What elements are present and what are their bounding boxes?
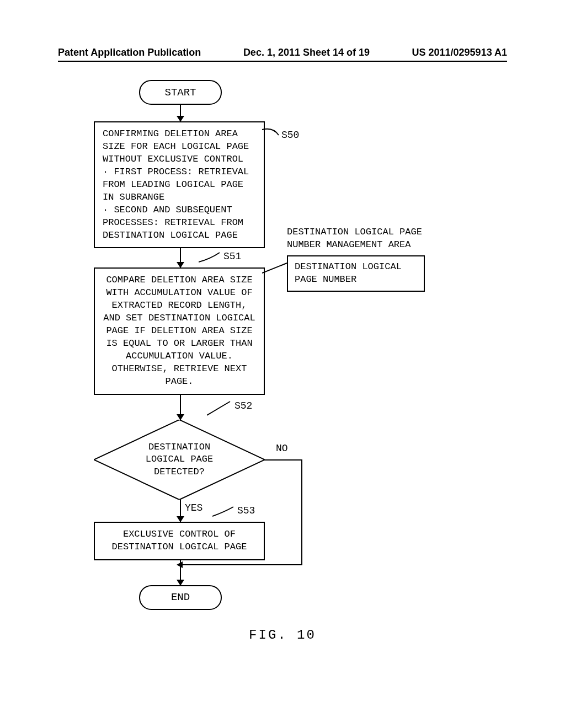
s51-box: COMPARE DELETION AREA SIZE WITH ACCUMULA… — [94, 267, 265, 394]
annotation-box: DESTINATION LOGICAL PAGE NUMBER — [287, 255, 425, 292]
header-right: US 2011/0295913 A1 — [412, 47, 507, 58]
arrow-4 — [180, 500, 181, 522]
arrow-5-line — [180, 560, 181, 571]
s52-label: S52 — [234, 400, 252, 411]
no-path-vertical — [301, 459, 302, 565]
arrow-5 — [180, 571, 181, 585]
yes-label: YES — [185, 502, 202, 513]
s53-label: S53 — [237, 505, 255, 516]
arrow-1 — [180, 105, 181, 121]
no-path-horizontal — [264, 459, 302, 461]
end-terminal: END — [139, 585, 222, 610]
s53-box: EXCLUSIVE CONTROL OF DESTINATION LOGICAL… — [94, 522, 265, 560]
end-label: END — [171, 591, 190, 603]
s50-box: CONFIRMING DELETION AREA SIZE FOR EACH L… — [94, 121, 265, 248]
start-label: START — [164, 87, 196, 99]
start-terminal: START — [139, 80, 222, 105]
figure-label: FIG. 10 — [249, 628, 316, 643]
header-center: Dec. 1, 2011 Sheet 14 of 19 — [243, 47, 370, 58]
no-path-bottom — [181, 564, 302, 565]
annotation-title: DESTINATION LOGICAL PAGE NUMBER MANAGEME… — [287, 226, 447, 251]
s52-diamond: DESTINATION LOGICAL PAGE DETECTED? — [94, 420, 265, 500]
s52-connector — [207, 399, 234, 418]
no-label: NO — [276, 443, 288, 454]
header-divider — [58, 61, 507, 62]
header-left: Patent Application Publication — [58, 47, 201, 58]
s53-connector — [212, 502, 237, 519]
s50-connector — [262, 121, 287, 138]
flowchart-container: START CONFIRMING DELETION AREA SIZE FOR … — [94, 80, 480, 610]
svg-line-0 — [262, 263, 287, 273]
annotation-connector — [262, 256, 290, 284]
s52-text: DESTINATION LOGICAL PAGE DETECTED? — [146, 441, 213, 478]
arrow-3 — [180, 395, 181, 420]
s51-connector — [199, 248, 223, 265]
s51-label: S51 — [223, 251, 241, 262]
arrow-2 — [180, 248, 181, 267]
